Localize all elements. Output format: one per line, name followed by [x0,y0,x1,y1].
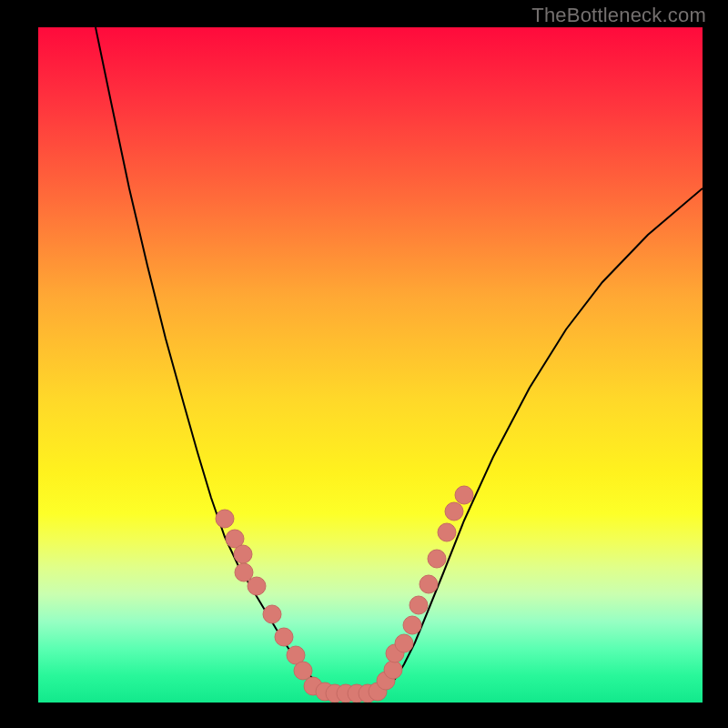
data-dot [410,596,428,614]
data-dot [216,510,234,528]
data-dot [234,545,252,563]
dots-left [216,510,312,680]
data-dot [420,575,438,593]
data-dot [294,662,312,680]
plot-area [38,27,703,703]
data-dot [445,502,463,521]
bottleneck-curve [96,27,703,693]
chart-frame: TheBottleneck.com [0,0,728,728]
dots-right [377,486,473,690]
data-dot [428,550,446,568]
data-dot [455,486,473,504]
data-dot [248,577,266,595]
data-dot [275,628,293,646]
dots-bottom [304,677,387,703]
data-dot [438,523,456,541]
attribution-label: TheBottleneck.com [531,4,706,27]
data-dot [395,634,413,652]
chart-svg [38,27,703,703]
data-dot [235,563,253,581]
data-dot [403,616,421,634]
data-dot [384,661,402,679]
data-dot [263,605,281,623]
